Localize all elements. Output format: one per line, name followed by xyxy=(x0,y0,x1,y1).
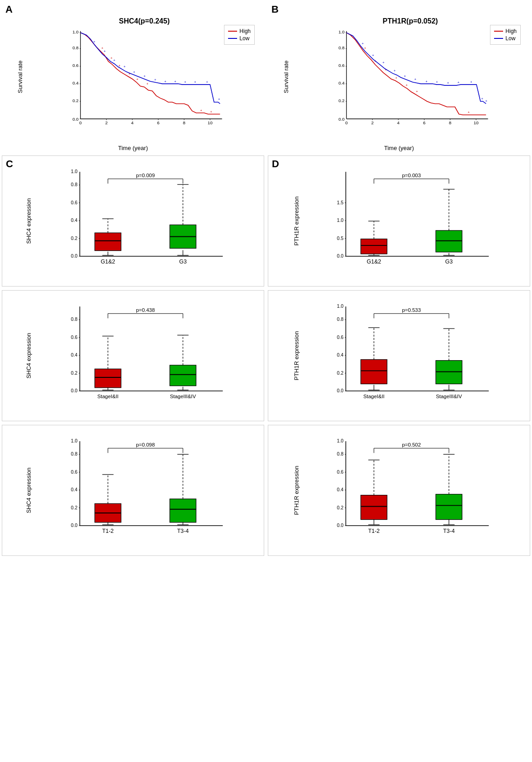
svg-text:T3-4: T3-4 xyxy=(177,528,189,534)
svg-text:0.2: 0.2 xyxy=(71,236,78,241)
svg-text:+: + xyxy=(218,97,220,101)
svg-text:0: 0 xyxy=(79,120,82,125)
y-axis-label-c1: SHC4 expression xyxy=(25,198,32,244)
svg-text:2: 2 xyxy=(105,120,107,125)
svg-text:1.0: 1.0 xyxy=(71,169,78,174)
svg-text:0.4: 0.4 xyxy=(71,218,78,223)
chart-title-a: SHC4(p=0.245) xyxy=(32,17,257,25)
y-axis-label-c2: SHC4 expression xyxy=(25,333,32,378)
svg-text:StageIII&IV: StageIII&IV xyxy=(170,394,196,399)
svg-text:1.0: 1.0 xyxy=(71,439,78,443)
svg-text:4: 4 xyxy=(397,120,400,125)
svg-text:1.0: 1.0 xyxy=(337,218,344,223)
y-axis-label-b: Survival rate xyxy=(283,61,289,93)
boxplot-c3: 0.0 0.2 0.4 0.6 0.8 1.0 p=0.098 T1-2 xyxy=(34,439,257,537)
svg-text:G3: G3 xyxy=(179,259,187,265)
svg-text:+: + xyxy=(436,80,438,84)
svg-text:+: + xyxy=(206,80,208,84)
svg-rect-198 xyxy=(361,359,387,384)
panel-label-c: C xyxy=(6,158,13,170)
svg-text:+: + xyxy=(447,81,449,85)
boxplot-c1: 0.0 0.2 0.4 0.6 0.8 1.0 p=0.009 xyxy=(34,169,257,268)
svg-text:+: + xyxy=(164,80,167,84)
svg-rect-267 xyxy=(436,494,462,519)
svg-text:0.0: 0.0 xyxy=(71,388,78,393)
svg-text:p=0.003: p=0.003 xyxy=(402,173,421,178)
svg-text:+: + xyxy=(210,110,212,114)
svg-text:0.2: 0.2 xyxy=(72,98,78,103)
svg-text:p=0.502: p=0.502 xyxy=(402,442,421,447)
svg-text:+: + xyxy=(113,58,116,62)
svg-text:+: + xyxy=(414,77,416,81)
svg-text:0.4: 0.4 xyxy=(72,80,79,85)
svg-text:T1-2: T1-2 xyxy=(102,528,114,534)
svg-text:T3-4: T3-4 xyxy=(443,528,455,534)
svg-text:0.6: 0.6 xyxy=(338,63,344,68)
panel-label-a: A xyxy=(5,4,13,15)
svg-text:0.2: 0.2 xyxy=(338,98,344,103)
svg-text:+: + xyxy=(362,42,364,46)
svg-text:+: + xyxy=(154,78,157,82)
svg-text:G1&2: G1&2 xyxy=(367,259,381,265)
svg-text:0.0: 0.0 xyxy=(338,117,345,122)
svg-text:+: + xyxy=(404,74,406,78)
svg-text:+: + xyxy=(416,89,418,94)
svg-text:+: + xyxy=(103,49,106,53)
svg-text:+: + xyxy=(200,108,202,113)
svg-text:0.2: 0.2 xyxy=(337,371,344,376)
legend-b: High Low xyxy=(490,25,521,45)
svg-text:0.2: 0.2 xyxy=(337,505,344,510)
svg-text:+: + xyxy=(470,80,472,84)
svg-text:0.8: 0.8 xyxy=(71,317,78,322)
svg-text:+: + xyxy=(133,70,135,74)
svg-text:p=0.438: p=0.438 xyxy=(136,307,155,313)
svg-text:+: + xyxy=(481,97,484,101)
svg-text:0.8: 0.8 xyxy=(337,317,344,322)
svg-text:p=0.098: p=0.098 xyxy=(136,442,155,447)
svg-text:+: + xyxy=(93,40,96,44)
svg-text:+: + xyxy=(468,110,470,114)
svg-text:+: + xyxy=(485,99,487,103)
svg-rect-167 xyxy=(95,369,121,388)
svg-text:0.5: 0.5 xyxy=(337,236,344,241)
svg-text:G1&2: G1&2 xyxy=(101,259,115,265)
svg-text:+: + xyxy=(364,46,366,50)
svg-text:0.6: 0.6 xyxy=(337,470,344,475)
svg-text:+: + xyxy=(372,53,374,57)
x-axis-label-b: Time (year) xyxy=(384,145,414,151)
svg-text:0.8: 0.8 xyxy=(72,45,78,50)
svg-text:+: + xyxy=(194,80,196,84)
svg-text:0.0: 0.0 xyxy=(337,254,344,259)
legend-high-b: High xyxy=(505,28,517,34)
svg-text:0.4: 0.4 xyxy=(337,353,344,357)
svg-text:+: + xyxy=(136,77,139,81)
svg-text:0.8: 0.8 xyxy=(71,452,78,456)
svg-text:0.0: 0.0 xyxy=(337,523,344,528)
y-axis-label-c3: SHC4 expression xyxy=(25,467,32,513)
svg-text:+: + xyxy=(425,80,428,84)
legend-low-b: Low xyxy=(505,35,515,42)
svg-text:0.6: 0.6 xyxy=(71,470,78,475)
y-axis-label-d1: PTH1R expression xyxy=(293,196,300,245)
y-axis-label-a: Survival rate xyxy=(17,61,23,93)
svg-rect-260 xyxy=(361,495,387,520)
svg-text:0.8: 0.8 xyxy=(338,45,344,50)
svg-text:2: 2 xyxy=(371,120,373,125)
svg-text:1.5: 1.5 xyxy=(337,200,344,205)
svg-text:StageI&II: StageI&II xyxy=(97,394,118,399)
boxplot-c2: 0.0 0.2 0.4 0.6 0.8 p=0.438 StageI&II xyxy=(34,304,257,403)
svg-text:+: + xyxy=(393,69,396,73)
svg-text:0.4: 0.4 xyxy=(338,80,345,85)
svg-text:+: + xyxy=(395,76,397,80)
svg-text:0: 0 xyxy=(345,120,348,125)
svg-text:1.0: 1.0 xyxy=(72,29,79,34)
svg-text:p=0.533: p=0.533 xyxy=(402,307,421,313)
svg-text:0.4: 0.4 xyxy=(71,487,78,492)
survival-chart-b: 0.0 0.2 0.4 0.6 0.8 1.0 0 2 4 6 8 10 xyxy=(298,27,523,131)
svg-text:0.4: 0.4 xyxy=(337,487,344,492)
legend-a: High Low xyxy=(224,25,255,45)
svg-text:6: 6 xyxy=(423,120,425,125)
svg-text:+: + xyxy=(101,46,103,50)
svg-text:StageIII&IV: StageIII&IV xyxy=(436,394,462,399)
svg-text:1.0: 1.0 xyxy=(337,304,344,309)
